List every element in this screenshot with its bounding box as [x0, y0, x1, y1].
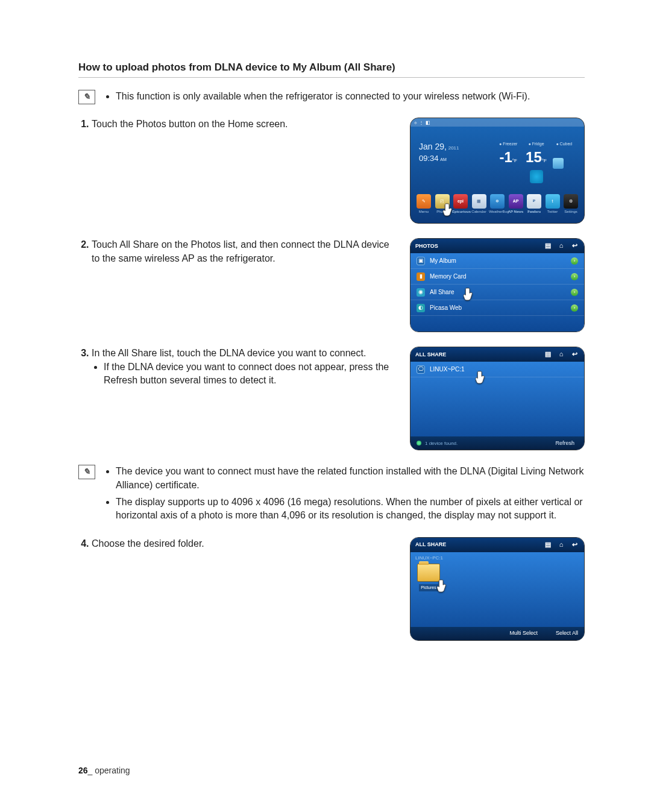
- chevron-icon: ›: [571, 273, 578, 280]
- allshare-icon: ◉: [417, 288, 425, 297]
- refresh-button[interactable]: Refresh: [552, 438, 578, 448]
- pandora-app-icon[interactable]: PPandora: [527, 194, 541, 209]
- list-item-picasa[interactable]: ◐ Picasa Web ›: [410, 300, 584, 316]
- pc-icon: 🖵: [417, 365, 425, 374]
- note-text-2b: The display supports up to 4096 x 4096 (…: [116, 496, 585, 523]
- memo-app-icon[interactable]: ✎Memo: [417, 194, 431, 209]
- weather-app-icon[interactable]: ❄WeatherBug: [490, 194, 505, 209]
- allshare-folder-screenshot: ALL SHARE ▤ ⌂ ↩ LINUX~PC:1 Pictures Mult…: [410, 537, 585, 641]
- epicurious-app-icon[interactable]: epiEpicurious: [453, 194, 468, 209]
- status-bar: ⟐⋮◧: [410, 118, 584, 127]
- save-icon[interactable]: ▤: [543, 350, 553, 359]
- chevron-icon: ›: [571, 304, 578, 312]
- select-all-button[interactable]: Select All: [556, 629, 578, 637]
- device-found-status: 1 device found.: [425, 440, 548, 447]
- chevron-icon: ›: [571, 289, 578, 296]
- fridge-temp: ● Fridge 15°F: [524, 141, 547, 185]
- page-footer: 26_ operating: [78, 765, 130, 777]
- allshare-devices-screenshot: ALL SHARE ▤ ⌂ ↩ 🖵 LINUX~PC:1 1 device fo…: [410, 347, 585, 450]
- back-icon[interactable]: ↩: [570, 241, 579, 251]
- save-icon[interactable]: ▤: [543, 241, 553, 251]
- list-item-memory-card[interactable]: ▮ Memory Card ›: [410, 269, 584, 285]
- list-item-all-share[interactable]: ◉ All Share ›: [410, 285, 584, 300]
- back-icon[interactable]: ↩: [570, 540, 579, 550]
- step-1-text: Touch the Photos button on the Home scre…: [92, 118, 394, 131]
- folder-pictures[interactable]: Pictures: [415, 564, 442, 591]
- allshare-folder-title: ALL SHARE: [415, 541, 539, 549]
- breadcrumb: LINUX~PC:1: [410, 552, 584, 561]
- status-dot: [417, 441, 421, 445]
- home-icon[interactable]: ⌂: [556, 241, 566, 251]
- save-icon[interactable]: ▤: [543, 540, 553, 550]
- album-icon: ▣: [417, 257, 425, 265]
- home-date-time: Jan 29, 2011 09:34 AM: [419, 141, 491, 185]
- multi-select-button[interactable]: Multi Select: [509, 629, 538, 637]
- photos-panel-title: PHOTOS: [415, 242, 539, 250]
- list-item-my-album[interactable]: ▣ My Album ›: [410, 253, 584, 269]
- home-icon[interactable]: ⌂: [556, 350, 566, 359]
- photos-list-screenshot: PHOTOS ▤ ⌂ ↩ ▣ My Album › ▮ Memory Card …: [410, 238, 585, 332]
- home-screen-screenshot: ⟐⋮◧ Jan 29, 2011 09:34 AM ● Freezer -1°F…: [410, 118, 585, 224]
- note-text-2a: The device you want to connect must have…: [116, 465, 585, 492]
- photos-app-icon[interactable]: ◰Photos: [435, 194, 450, 209]
- note-text-1: This function is only available when the…: [116, 90, 585, 103]
- chevron-icon: ›: [571, 257, 578, 265]
- note-icon: ✎: [78, 90, 95, 104]
- calendar-app-icon[interactable]: ▦Calendar: [472, 194, 486, 209]
- apnews-app-icon[interactable]: APAP News: [509, 194, 523, 209]
- section-heading: How to upload photos from DLNA device to…: [78, 60, 585, 78]
- memory-card-icon: ▮: [417, 272, 425, 281]
- back-icon[interactable]: ↩: [570, 350, 579, 359]
- step-4-text: Choose the desired folder.: [92, 537, 394, 550]
- note-icon: ✎: [78, 465, 95, 479]
- allshare-panel-title: ALL SHARE: [415, 351, 539, 359]
- cubed-ice: ● Cubed: [553, 141, 576, 185]
- step-3-sub: If the DLNA device you want to connect d…: [104, 360, 394, 388]
- home-icon[interactable]: ⌂: [556, 540, 566, 550]
- freezer-temp: ● Freezer -1°F: [497, 141, 520, 185]
- picasa-icon: ◐: [417, 304, 425, 312]
- folder-icon: [417, 564, 440, 582]
- step-3-text: In the All Share list, touch the DLNA de…: [92, 347, 394, 387]
- step-2-text: Touch All Share on the Photos list, and …: [92, 238, 394, 265]
- device-linux-pc1[interactable]: 🖵 LINUX~PC:1: [410, 362, 584, 377]
- settings-app-icon[interactable]: ⚙Settings: [564, 194, 578, 209]
- twitter-app-icon[interactable]: tTwitter: [546, 194, 560, 209]
